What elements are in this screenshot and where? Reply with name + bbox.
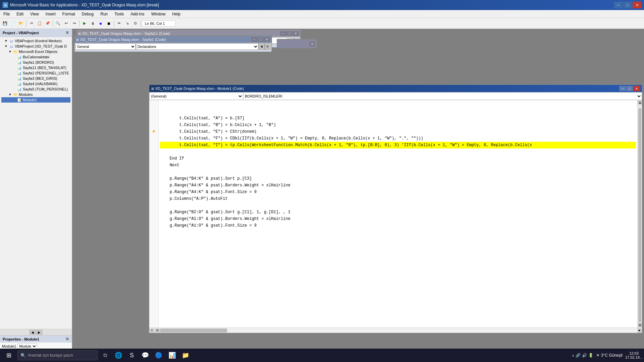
hscroll-arrow[interactable]: ▶ [637, 328, 642, 333]
bg-win2-min[interactable]: ─ [251, 37, 257, 42]
code-proc-select[interactable]: BORDRO_ISLEMLERI [243, 93, 642, 100]
menu-format[interactable]: Format [59, 10, 78, 18]
toolbar-breakpoint[interactable]: ⊙ [131, 20, 139, 27]
taskbar-excel-app[interactable]: 📊 [166, 349, 178, 361]
menu-help[interactable]: Help [169, 10, 184, 18]
tree-modules[interactable]: ▼ 📁 Modules [1, 92, 70, 97]
module-minimize[interactable]: ─ [619, 86, 626, 91]
restore-button[interactable]: □ [623, 2, 632, 8]
tree-vba-xdtest[interactable]: ▼ 🗂 VBAProject (XD_TEST_Oyak D [1, 44, 70, 49]
code-line-1[interactable]: t.Cells(tsat, "B") = b.Cells(x + 1, "B") [160, 122, 636, 128]
module-close[interactable]: ✕ [633, 86, 640, 91]
tree-module1[interactable]: 📝 Module1 [1, 97, 70, 103]
code-line-16[interactable]: g.Range("A1:O" & gsat).Font.Size = 9 [160, 222, 636, 229]
hscroll-thumb[interactable] [160, 328, 227, 333]
tree-excel-objects[interactable]: ▼ 📁 Microsoft Excel Objects [1, 49, 70, 54]
taskbar-edge-app[interactable]: 🌐 [112, 349, 125, 361]
toolbar-design[interactable]: ✏ [115, 20, 123, 27]
toolbar-pause[interactable]: ⏸ [89, 20, 96, 27]
code-vscrollbar[interactable]: ▲ ▼ [637, 100, 642, 327]
code-line-9[interactable]: p.Range("B4:K" & psat).Sort p.[C3] [160, 175, 636, 182]
toolbar-open[interactable]: 📂 [17, 20, 25, 27]
code-line-14[interactable]: g.Range("B2:O" & gsat).Sort g.[C1], 1, g… [160, 209, 636, 216]
code-line-5[interactable] [160, 148, 636, 155]
taskbar-folder-app[interactable]: 📁 [179, 349, 192, 361]
toolbar-run[interactable]: ▶ [81, 20, 88, 27]
bg-win2-max[interactable]: □ [258, 37, 264, 42]
code-line-8[interactable] [160, 169, 636, 175]
code-general-select[interactable]: (General) [149, 93, 243, 100]
menu-view[interactable]: View [27, 10, 42, 18]
tree-sayfa5[interactable]: 📊 Sayfa5 (TUM_PERSONEL) [1, 86, 70, 92]
toolbar-copy[interactable]: 📋 [36, 20, 43, 27]
minimize-button[interactable]: ─ [614, 2, 623, 8]
code-view-proc[interactable]: ≡ [150, 328, 154, 333]
toolbar-find[interactable]: 🔍 [54, 20, 62, 27]
start-button[interactable]: ⊞ [1, 349, 16, 361]
tree-sayfa4[interactable]: 📊 Sayfa4 (HALKBANK) [1, 81, 70, 86]
code-line-11[interactable]: p.Range("A4:K" & psat).Font.Size = 9 [160, 189, 636, 195]
code-line-6[interactable]: End If [160, 155, 636, 162]
menu-debug[interactable]: Debug [78, 10, 97, 18]
tree-vba-kontrol[interactable]: ▼ 🗂 VBAProject (Kontrol Merkezi. [1, 38, 70, 44]
code-hscrollbar[interactable] [160, 328, 637, 333]
toolbar-paste[interactable]: 📌 [44, 20, 51, 27]
toolbar-save[interactable]: 💾 [1, 20, 9, 27]
tree-sayfa3[interactable]: 📊 Sayfa3 (BES_GIRIS) [1, 76, 70, 81]
bg-win3-close[interactable]: ✕ [310, 42, 315, 46]
vscroll-up[interactable]: ▲ [638, 101, 642, 105]
toolbar-redo[interactable]: ↪ [70, 20, 78, 27]
props-panel-close[interactable]: ✕ [65, 337, 69, 342]
bg-win-min[interactable]: ─ [280, 31, 286, 36]
toolbar-new[interactable]: 📄 [9, 20, 17, 27]
toolbar-stop[interactable]: ■ [97, 20, 104, 27]
module-maximize[interactable]: □ [626, 86, 633, 91]
toolbar-step[interactable]: ↘ [123, 20, 131, 27]
code-line-15[interactable]: g.Range("A1:O" & gsat).Borders.Weight = … [160, 216, 636, 222]
code-line-0[interactable]: t.Cells(tsat, "A") = b.[S7] [160, 115, 636, 122]
code-line-2[interactable]: t.Cells(tsat, "E") = CStr(donem) [160, 128, 636, 135]
menu-insert[interactable]: Insert [42, 10, 59, 18]
taskbar-app2[interactable]: S [125, 349, 138, 361]
menu-run[interactable]: Run [97, 10, 111, 18]
code-line-7[interactable]: Next [160, 162, 636, 169]
bg-win2-close[interactable]: ✕ [264, 37, 270, 42]
toolbar-undo[interactable]: ↩ [62, 20, 70, 27]
props-module-type-select[interactable]: Module [17, 344, 37, 349]
menu-edit[interactable]: Edit [13, 10, 27, 18]
tree-bucalisma[interactable]: 📊 BuCalismakitabi [1, 54, 70, 60]
tree-sayfa1[interactable]: 📊 Sayfa1 (BORDRO) [1, 60, 70, 65]
project-panel-close[interactable]: ✕ [65, 30, 69, 35]
close-button[interactable]: ✕ [633, 2, 641, 8]
scroll-right[interactable]: ▶ [36, 330, 42, 335]
taskbar-app3[interactable]: 💬 [139, 349, 152, 361]
toolbar-cut[interactable]: ✂ [28, 20, 35, 27]
code-line-3[interactable]: t.Cells(tsat, "F") = CDbl(IIf(b.Cells(x … [160, 135, 636, 142]
menu-window[interactable]: Window [148, 10, 169, 18]
taskbar-chrome-app[interactable]: 🔵 [152, 349, 165, 361]
menu-addins[interactable]: Add-Ins [127, 10, 148, 18]
tree-sayfa2[interactable]: 📊 Sayfa2 (PERSONEL_LISTE [1, 70, 70, 76]
toolbar-reset[interactable]: ⏹ [105, 20, 112, 27]
code-editor[interactable]: t.Cells(tsat, "A") = b.[S7] t.Cells(tsat… [159, 100, 637, 327]
bg-win2-restore[interactable]: 🔳 [259, 43, 265, 50]
menu-tools[interactable]: Tools [111, 10, 127, 18]
scroll-left[interactable]: ◀ [30, 330, 36, 335]
search-bar[interactable]: 🔍 Aramak için buraya yazın [17, 350, 98, 360]
bg-select2-general[interactable]: General [75, 43, 136, 50]
bg-win-close[interactable]: ✕ [293, 31, 299, 36]
task-view-button[interactable]: ⧉ [99, 350, 111, 361]
code-line-12[interactable]: p.Columns("A:P").AutoFit [160, 195, 636, 202]
code-line-4[interactable]: t.Cells(tsat, "I") = tp.Cells(WorksheetF… [160, 142, 636, 148]
menu-file[interactable]: File [0, 10, 13, 18]
bg-win2-close2[interactable]: ✕ [265, 43, 271, 50]
bg-win-max[interactable]: □ [286, 31, 292, 36]
code-view-full[interactable]: ⊟ [155, 328, 160, 333]
vscroll-thumb[interactable] [638, 108, 641, 322]
code-line-13[interactable] [160, 202, 636, 209]
code-line-10[interactable]: p.Range("A4:K" & psat).Borders.Weight = … [160, 182, 636, 189]
vscroll-down[interactable]: ▼ [638, 323, 642, 327]
tree-sayfa11[interactable]: 📊 Sayfa11 (BES_TAHSILAT) [1, 65, 70, 70]
bg-select2-declarations[interactable]: Declarations [136, 43, 259, 50]
tray-chevron[interactable]: ∧ [572, 354, 574, 357]
